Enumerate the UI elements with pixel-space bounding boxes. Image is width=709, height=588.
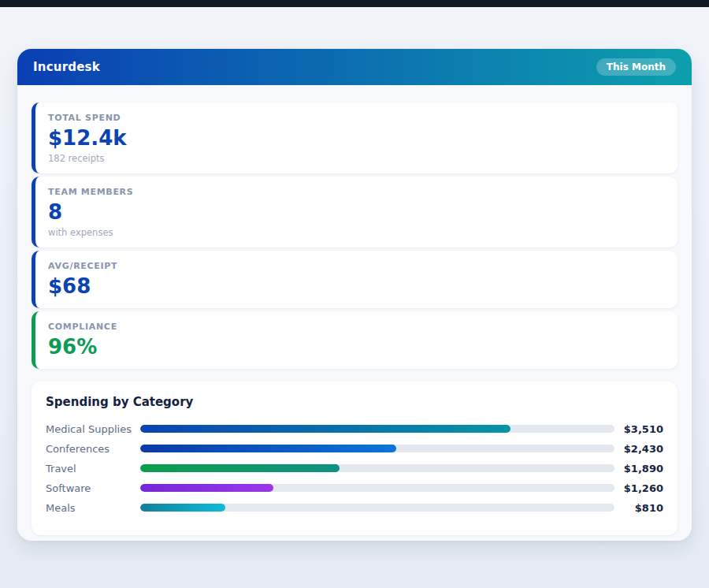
bar-fill [140,464,340,472]
bar-track [140,464,614,472]
bar-row-software: Software $1,260 [46,478,663,498]
bar-fill [140,484,273,492]
bar-row-travel: Travel $1,890 [46,459,663,478]
stat-value: $12.4k [48,127,665,151]
chart-title: Spending by Category [46,395,663,409]
bar-value: $810 [614,502,663,514]
bar-row-medical-supplies: Medical Supplies $3,510 [46,419,663,439]
bar-row-conferences: Conferences $2,430 [46,439,663,459]
stat-card-avg-receipt: AVG/RECEIPT $68 [32,251,677,308]
bar-label: Meals [46,502,140,514]
bar-track [140,445,614,452]
app-header: Incurdesk This Month [17,49,692,85]
bar-value: $3,510 [614,423,663,435]
bar-value: $1,260 [614,482,663,494]
stat-card-team-members: TEAM MEMBERS 8 with expenses [32,177,677,247]
stat-value: 96% [48,336,665,359]
stat-label: TOTAL SPEND [48,113,665,123]
bar-row-meals: Meals $810 [46,498,663,518]
app-container: Incurdesk This Month TOTAL SPEND $12.4k … [17,49,692,541]
stat-card-compliance: COMPLIANCE 96% [32,311,677,369]
stat-label: TEAM MEMBERS [48,187,665,197]
bar-label: Conferences [46,443,140,455]
app-title: Incurdesk [33,60,100,74]
bar-label: Travel [46,463,140,474]
stat-card-total-spend: TOTAL SPEND $12.4k 182 receipts [32,102,677,173]
app-body: TOTAL SPEND $12.4k 182 receipts TEAM MEM… [17,85,692,549]
stat-subtext: 182 receipts [48,153,665,164]
bar-track [140,504,614,512]
bar-label: Medical Supplies [46,423,140,435]
stat-label: COMPLIANCE [48,322,665,332]
period-badge[interactable]: This Month [596,58,676,76]
bar-value: $1,890 [614,463,663,474]
bar-value: $2,430 [614,443,663,455]
bar-fill [140,445,396,452]
stat-value: 8 [48,201,665,225]
stat-value: $68 [48,275,665,299]
bar-label: Software [46,482,140,494]
spending-by-category-card: Spending by Category Medical Supplies $3… [32,381,677,535]
window-top-strip [0,0,709,7]
bar-track [140,484,614,492]
stat-label: AVG/RECEIPT [48,261,665,271]
bar-fill [140,504,225,512]
bar-track [140,425,614,433]
stat-subtext: with expenses [48,227,665,238]
bar-fill [140,425,510,433]
